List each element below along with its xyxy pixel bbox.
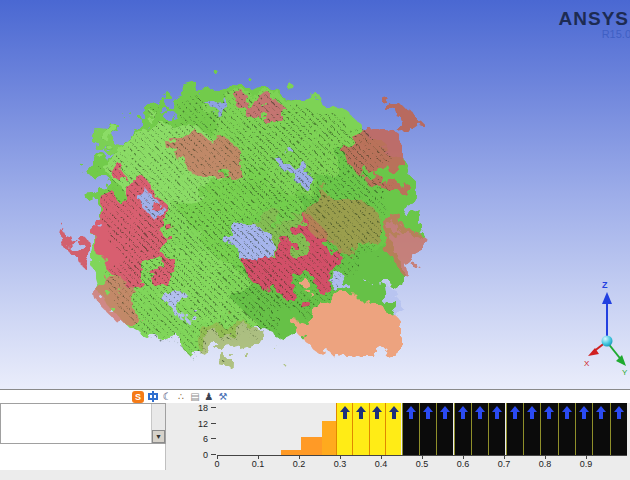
histogram-bar[interactable] — [322, 421, 336, 455]
x-axis-tick-label: 0.6 — [457, 459, 470, 469]
overflow-arrow-icon — [596, 406, 606, 419]
branding: ANSYS R15.0 — [559, 9, 629, 40]
lower-left-area — [0, 444, 166, 470]
histogram-bar[interactable] — [369, 403, 385, 455]
overflow-arrow-icon — [544, 406, 554, 419]
histogram-bar[interactable] — [385, 403, 401, 455]
quick-toolbar: S☾∴▤♟⚒ — [0, 390, 630, 403]
histogram-bar[interactable] — [454, 403, 471, 455]
overflow-arrow-icon — [440, 406, 450, 419]
x-axis-tick-label: 0.1 — [252, 459, 265, 469]
y-axis-tick-mark — [211, 454, 216, 455]
histogram-bar[interactable] — [610, 403, 627, 455]
x-axis-tick-label: 0.5 — [416, 459, 429, 469]
overflow-arrow-icon — [475, 406, 485, 419]
histogram-bar[interactable] — [471, 403, 488, 455]
histogram-bar[interactable] — [523, 403, 540, 455]
y-axis-tick-label: 18 — [198, 403, 208, 413]
x-axis-tick-label: 0.3 — [334, 459, 347, 469]
triad-x-label: X — [584, 359, 590, 368]
bottom-panel: S☾∴▤♟⚒ ▼ 061218 00.10.20.30.40.50.60.70.… — [0, 390, 630, 480]
mesh-metrics-chart: 061218 00.10.20.30.40.50.60.70.80.9 — [167, 403, 630, 480]
overflow-arrow-icon — [527, 406, 537, 419]
x-axis-tick-label: 0.9 — [580, 459, 593, 469]
triad-z-arrowhead-icon[interactable] — [602, 292, 612, 304]
histogram-bar[interactable] — [488, 403, 505, 455]
y-axis-tick-label: 0 — [203, 450, 208, 460]
chart-plot — [217, 403, 627, 456]
overflow-arrow-icon — [562, 406, 572, 419]
y-axis-tick-mark — [211, 407, 216, 408]
overflow-arrow-icon — [406, 406, 416, 419]
histogram-bar[interactable] — [575, 403, 592, 455]
triad-origin-ball-icon[interactable] — [602, 336, 613, 347]
keyboard-icon[interactable]: ▤ — [190, 391, 200, 403]
x-axis-tick-label: 0.2 — [293, 459, 306, 469]
x-axis-tick-label: 0.8 — [539, 459, 552, 469]
symbol-zhong-icon[interactable] — [148, 393, 158, 400]
ansys-window: ANSYS R15.0 — [0, 0, 630, 480]
y-axis: 061218 — [167, 403, 216, 455]
moon-icon[interactable]: ☾ — [162, 391, 172, 403]
3d-viewport[interactable]: ANSYS R15.0 — [0, 0, 630, 390]
overflow-arrow-icon — [614, 406, 624, 419]
ansys-logo: ANSYS — [559, 9, 629, 29]
overflow-arrow-icon — [458, 406, 468, 419]
orientation-triad[interactable]: Z X Y — [583, 278, 630, 378]
measure-dots-icon[interactable]: ∴ — [176, 391, 186, 403]
x-axis: 00.10.20.30.40.50.60.70.80.9 — [217, 459, 627, 470]
histogram-bar[interactable] — [352, 403, 368, 455]
overflow-arrow-icon — [356, 406, 366, 419]
histogram-bar[interactable] — [540, 403, 557, 455]
histogram-bar[interactable] — [301, 437, 322, 455]
histogram-bar[interactable] — [436, 403, 453, 455]
x-axis-tick-label: 0.4 — [375, 459, 388, 469]
scroll-down-button[interactable]: ▼ — [152, 430, 165, 443]
overflow-arrow-icon — [579, 406, 589, 419]
triad-y-label: Y — [622, 368, 628, 377]
triad-z-label: Z — [602, 280, 608, 290]
scrollbar[interactable]: ▼ — [151, 404, 165, 443]
overflow-arrow-icon — [340, 406, 350, 419]
overflow-arrow-icon — [372, 406, 382, 419]
legend-panel: ▼ — [0, 403, 166, 444]
spaceclaim-logo-icon[interactable]: S — [132, 391, 144, 403]
wrench-icon[interactable]: ⚒ — [218, 391, 228, 403]
mesh-model — [48, 46, 428, 376]
histogram-bar[interactable] — [558, 403, 575, 455]
x-axis-tick-label: 0 — [214, 459, 219, 469]
histogram-bar[interactable] — [592, 403, 609, 455]
y-axis-tick-label: 6 — [203, 434, 208, 444]
overflow-arrow-icon — [492, 406, 502, 419]
histogram-bar[interactable] — [402, 403, 419, 455]
overflow-arrow-icon — [423, 406, 433, 419]
overflow-arrow-icon — [510, 406, 520, 419]
histogram-bar[interactable] — [419, 403, 436, 455]
histogram-bar[interactable] — [281, 450, 302, 455]
y-axis-tick-mark — [211, 423, 216, 424]
garment-icon[interactable]: ♟ — [204, 391, 214, 403]
overflow-arrow-icon — [389, 406, 399, 419]
ansys-version: R15.0 — [559, 29, 630, 41]
histogram-bar[interactable] — [336, 403, 352, 455]
y-axis-tick-label: 12 — [198, 419, 208, 429]
x-axis-tick-label: 0.7 — [498, 459, 511, 469]
y-axis-tick-mark — [211, 438, 216, 439]
histogram-bar[interactable] — [506, 403, 523, 455]
